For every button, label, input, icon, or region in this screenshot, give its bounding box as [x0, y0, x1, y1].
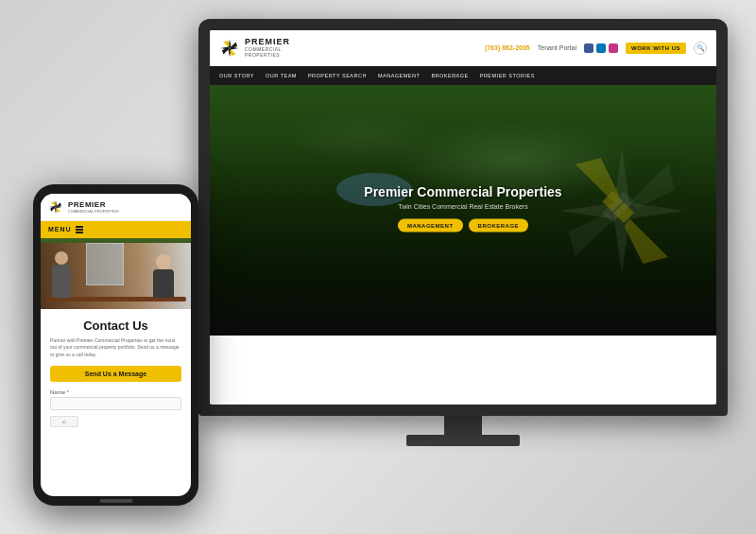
phone-logo-sub: COMMERCIAL PROPERTIES: [68, 209, 119, 214]
phone-menu-bar[interactable]: MENU: [41, 221, 191, 238]
main-scene: PREMIER COMMERCIAL PROPERTIES (763) 862-…: [0, 0, 756, 534]
work-with-us-button[interactable]: WORK WITH US: [626, 43, 686, 54]
hero-section: Premier Commercial Properties Twin Citie…: [210, 85, 716, 336]
monitor-neck: [444, 416, 482, 435]
phone-name-label: Name *: [50, 389, 181, 395]
linkedin-icon[interactable]: [596, 43, 606, 53]
svg-marker-4: [223, 40, 230, 46]
website-header: PREMIER COMMERCIAL PROPERTIES (763) 862-…: [210, 30, 716, 66]
header-right: (763) 862-2005 Tenant Portal WORK WITH U…: [485, 42, 707, 55]
svg-marker-25: [56, 208, 60, 213]
svg-marker-5: [230, 49, 236, 56]
phone-frame: PREMIER COMMERCIAL PROPERTIES MENU: [33, 184, 198, 506]
hamburger-line-3: [76, 232, 83, 233]
svg-marker-6: [231, 42, 237, 48]
hero-buttons: MANAGEMENT BROKERAGE: [331, 219, 595, 233]
tenant-portal-link[interactable]: Tenant Portal: [538, 44, 576, 51]
hero-background: Premier Commercial Properties Twin Citie…: [210, 85, 716, 336]
facebook-icon[interactable]: [584, 43, 593, 53]
svg-marker-24: [51, 201, 56, 206]
hero-title: Premier Commercial Properties: [331, 183, 595, 199]
svg-marker-7: [222, 48, 229, 55]
svg-marker-14: [629, 164, 675, 208]
desktop-monitor: PREMIER COMMERCIAL PROPERTIES (763) 862-…: [198, 19, 728, 473]
logo-properties: PROPERTIES: [245, 52, 290, 58]
hamburger-line-2: [76, 229, 83, 231]
phone-home-button[interactable]: [99, 499, 132, 503]
hamburger-line-1: [76, 226, 83, 228]
search-icon: 🔍: [696, 44, 705, 52]
phone-send-button[interactable]: Send Us a Message: [50, 366, 181, 382]
recaptcha-text: rC: [62, 420, 66, 424]
logo-text: PREMIER COMMERCIAL PROPERTIES: [245, 38, 290, 58]
navigation-bar: OUR STORY OUR TEAM PROPERTY SEARCH MANAG…: [210, 66, 716, 85]
mobile-phone: PREMIER COMMERCIAL PROPERTIES MENU: [33, 184, 198, 506]
nav-management[interactable]: MANAGEMENT: [378, 73, 420, 78]
phone-screen: PREMIER COMMERCIAL PROPERTIES MENU: [41, 194, 191, 496]
phone-compass-icon: [48, 199, 63, 215]
phone-recaptcha: rC: [50, 416, 78, 427]
phone-contact-title: Contact Us: [50, 319, 181, 333]
svg-marker-13: [625, 218, 668, 264]
phone-contact-section: Contact Us Partner with Premier Commerci…: [41, 309, 191, 436]
phone-name-input[interactable]: [50, 397, 181, 410]
hero-subtitle: Twin Cities Commercial Real Estate Broke…: [331, 203, 595, 210]
phone-logo-premier: PREMIER: [68, 200, 119, 209]
monitor-base: [406, 435, 520, 446]
svg-marker-26: [57, 202, 61, 207]
nav-brokerage[interactable]: BROKERAGE: [431, 73, 468, 78]
search-button[interactable]: 🔍: [694, 42, 707, 55]
nav-our-team[interactable]: OUR TEAM: [266, 73, 297, 78]
nav-premier-stories[interactable]: PREMIER STORIES: [480, 73, 535, 78]
hero-content: Premier Commercial Properties Twin Citie…: [331, 183, 595, 233]
social-icons-group: [584, 43, 618, 53]
logo-premier: PREMIER: [245, 38, 290, 46]
compass-icon: [219, 38, 240, 59]
svg-marker-27: [50, 207, 55, 212]
phone-number[interactable]: (763) 862-2005: [485, 44, 530, 51]
brokerage-button[interactable]: BROKERAGE: [469, 219, 529, 233]
desktop-logo: PREMIER COMMERCIAL PROPERTIES: [219, 38, 290, 59]
monitor-frame: PREMIER COMMERCIAL PROPERTIES (763) 862-…: [198, 19, 728, 416]
phone-hero-image: [41, 238, 191, 309]
instagram-icon[interactable]: [609, 43, 618, 53]
phone-menu-label[interactable]: MENU: [48, 226, 72, 233]
phone-contact-description: Partner with Premier Commercial Properti…: [50, 337, 181, 359]
hamburger-icon[interactable]: [76, 226, 83, 233]
phone-logo-text: PREMIER COMMERCIAL PROPERTIES: [68, 200, 119, 214]
management-button[interactable]: MANAGEMENT: [398, 219, 463, 233]
monitor-screen: PREMIER COMMERCIAL PROPERTIES (763) 862-…: [210, 30, 716, 405]
phone-header: PREMIER COMMERCIAL PROPERTIES: [41, 194, 191, 221]
nav-property-search[interactable]: PROPERTY SEARCH: [308, 73, 367, 78]
nav-our-story[interactable]: OUR STORY: [219, 73, 254, 78]
